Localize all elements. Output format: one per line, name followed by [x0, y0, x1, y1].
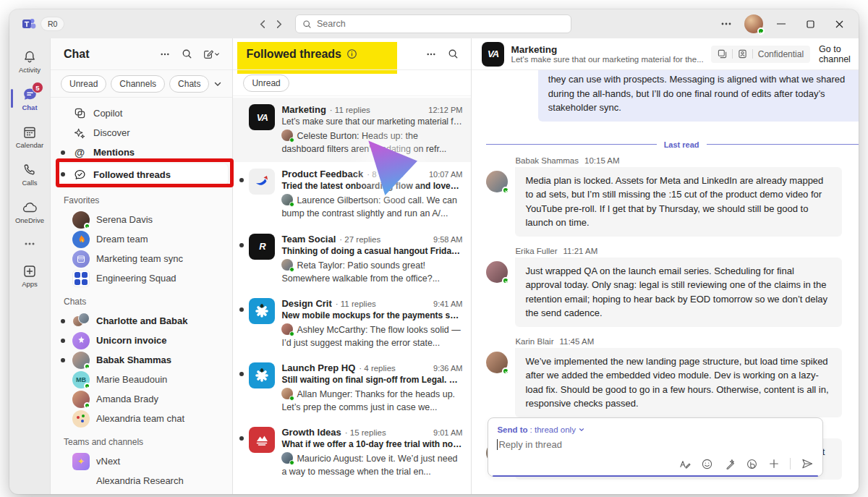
chat-item-charlotte-and-babak[interactable]: Charlotte and Babak	[51, 311, 232, 331]
sensitivity-badge[interactable]: Confidential	[711, 46, 810, 63]
rail-item-onedrive[interactable]: OneDrive	[9, 193, 50, 231]
ring-badge: R0	[41, 17, 64, 30]
unread-dot	[239, 372, 244, 376]
rail-more-icon[interactable]	[9, 231, 50, 257]
initials-avatar: MB	[72, 371, 90, 388]
text-caret	[497, 439, 498, 450]
cloud-icon	[22, 200, 38, 215]
chat-item-alexandria-team-chat[interactable]: Alexandria team chat	[51, 409, 232, 428]
avatar	[281, 194, 293, 205]
minimize-button[interactable]	[770, 13, 792, 35]
chat-item-dream-team[interactable]: Dream team	[51, 229, 232, 249]
threads-search-icon[interactable]	[443, 45, 462, 64]
team-item-vnext[interactable]: ✦ vNext	[51, 451, 232, 471]
thread-item-growth-ideas[interactable]: Growth Ideas · 15 replies 9:01 AM What i…	[233, 420, 471, 485]
rail-item-activity[interactable]: Activity	[9, 43, 50, 80]
send-icon[interactable]	[801, 457, 814, 470]
app-rail: Activity 5 Chat Calendar Calls OneDrive	[9, 38, 50, 494]
channel-header: VA Marketing Let's make sure that our ma…	[472, 38, 859, 70]
chat-more-icon[interactable]	[156, 45, 174, 64]
pinned-item-copilot[interactable]: Copilot	[51, 103, 232, 123]
vnext-avatar: ✦	[72, 453, 90, 470]
new-chat-icon[interactable]	[199, 45, 224, 64]
pinned-item-discover[interactable]: Discover	[51, 123, 232, 143]
note-icon	[718, 49, 727, 59]
filter-pill-unread[interactable]: Unread	[61, 75, 106, 93]
maximize-button[interactable]	[799, 13, 821, 35]
format-icon[interactable]	[678, 458, 691, 470]
message-author: Babak Shammas	[515, 156, 579, 165]
send-to-selector[interactable]: Send to: thread only	[497, 425, 814, 434]
chat-item-engineering-squad[interactable]: Engineering Squad	[51, 268, 232, 288]
avatar	[281, 129, 293, 141]
filter-pill-chats[interactable]: Chats	[169, 75, 209, 93]
rail-item-calls[interactable]: Calls	[9, 156, 50, 193]
message-bubble: Media plan is locked. Assets for Meta an…	[515, 167, 842, 237]
thread-item-launch-prep-hq[interactable]: Launch Prep HQ · 4 replies 9:36 AM Still…	[233, 356, 471, 420]
message-babak-shammas: Babak Shammas10:15 AM Media plan is lock…	[486, 156, 859, 237]
nav-back-icon[interactable]	[255, 16, 271, 32]
chat-item-amanda-brady[interactable]: Amanda Brady	[51, 389, 232, 409]
attach-plus-icon[interactable]	[768, 458, 780, 470]
pinned-item-mentions[interactable]: @ Mentions	[51, 143, 232, 162]
copilot-icon	[72, 107, 87, 119]
reply-input[interactable]: Reply in thread	[498, 439, 561, 450]
filter-pill-channels[interactable]: Channels	[111, 75, 165, 93]
presence-available-icon	[757, 27, 765, 35]
followed-threads-panel: Followed threads Unread VA Marketing · 1…	[232, 38, 471, 494]
unread-dot	[61, 172, 65, 177]
presence-available-icon	[84, 363, 90, 370]
confetti-avatar	[72, 410, 90, 428]
apps-icon	[22, 264, 37, 279]
reply-compose-box[interactable]: Send to: thread only Reply in thread	[488, 417, 823, 477]
team-social-logo: R	[249, 234, 275, 260]
pinned-item-followed-threads[interactable]: Followed threads	[55, 163, 228, 185]
chat-item-marketing-team-sync[interactable]: Marketing team sync	[51, 249, 232, 268]
message-time: 11:21 AM	[563, 247, 598, 255]
copilot-rewrite-icon[interactable]	[723, 458, 736, 470]
channel-title: Marketing	[511, 44, 704, 55]
close-button[interactable]	[828, 13, 850, 35]
thread-item-design-crit[interactable]: Design Crit · 11 replies 9:41 AM New mob…	[233, 292, 471, 356]
presence-available-icon	[84, 383, 90, 389]
section-favorites: Favorites	[51, 187, 232, 210]
chat-item-marie-beaudouin[interactable]: MB Marie Beaudouin	[51, 370, 232, 389]
bell-icon	[22, 50, 37, 64]
avatar[interactable]	[486, 261, 508, 283]
threads-filter-unread[interactable]: Unread	[243, 75, 289, 92]
loop-icon[interactable]	[746, 458, 758, 470]
channel-item-alexandria-research[interactable]: Alexandria Research	[51, 471, 232, 490]
user-avatar[interactable]	[744, 14, 763, 33]
chat-search-icon[interactable]	[177, 45, 196, 64]
chat-item-babak-shammas[interactable]: Babak Shammas	[51, 350, 232, 370]
nav-forward-icon[interactable]	[271, 16, 286, 32]
chat-unread-badge: 5	[32, 82, 43, 93]
policy-person-icon	[738, 49, 747, 59]
chat-list-panel: Chat Unread Channels Chats Copilot	[50, 38, 232, 494]
rail-item-chat[interactable]: 5 Chat	[9, 80, 50, 118]
design-crit-logo	[249, 298, 275, 324]
emoji-icon[interactable]	[701, 458, 713, 470]
avatar	[72, 211, 90, 229]
message-karin-blair: Karin Blair11:45 AM We’ve implemented th…	[486, 337, 859, 417]
presence-available-icon	[84, 402, 90, 409]
info-icon[interactable]	[346, 48, 357, 59]
channel-logo: VA	[482, 42, 503, 67]
rail-item-apps[interactable]: Apps	[9, 257, 50, 294]
titlebar-more-icon[interactable]	[715, 13, 737, 35]
unread-dot	[61, 358, 65, 362]
rail-item-calendar[interactable]: Calendar	[9, 118, 50, 156]
avatar[interactable]	[486, 352, 508, 373]
go-to-channel-link[interactable]: Go to channel	[819, 44, 859, 64]
threads-more-icon[interactable]	[422, 45, 441, 64]
chat-item-serena-davis[interactable]: Serena Davis	[51, 210, 232, 229]
chat-panel-title: Chat	[64, 48, 90, 61]
section-chats: Chats	[51, 288, 232, 311]
avatar	[281, 388, 293, 399]
avatar[interactable]	[486, 171, 508, 192]
thread-item-team-social[interactable]: R Team Social · 27 replies 9:58 AM Think…	[233, 227, 471, 292]
message-bubble: Just wrapped QA on the launch email seri…	[515, 258, 842, 327]
search-input[interactable]: Search	[295, 14, 571, 33]
filters-collapse-icon[interactable]	[213, 80, 222, 88]
chat-item-unicorn-invoice[interactable]: Unicorn invoice	[51, 331, 232, 350]
